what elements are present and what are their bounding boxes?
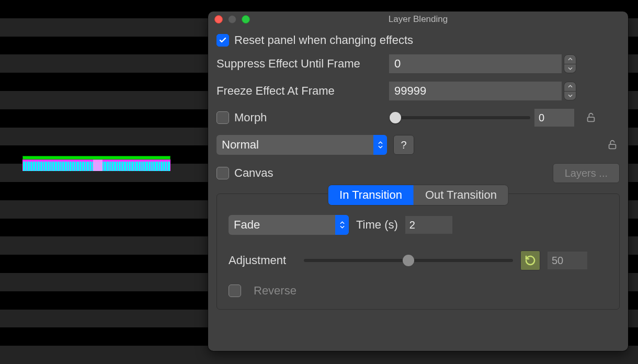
time-label: Time (s)	[356, 218, 398, 232]
close-window-icon[interactable]	[214, 15, 223, 24]
chevron-up-icon[interactable]	[564, 54, 576, 64]
transition-tabs: In Transition Out Transition	[327, 185, 509, 206]
adjustment-label: Adjustment	[229, 254, 297, 267]
morph-label: Morph	[234, 111, 267, 124]
morph-slider[interactable]	[389, 116, 530, 119]
tab-in-transition[interactable]: In Transition	[328, 185, 414, 205]
slider-thumb[interactable]	[390, 112, 401, 123]
freeze-frame-input[interactable]	[389, 82, 562, 100]
morph-checkbox[interactable]	[217, 111, 229, 124]
suppress-frame-input[interactable]	[389, 54, 562, 73]
adjustment-slider[interactable]	[304, 259, 513, 262]
window-title: Layer Blending	[389, 14, 448, 25]
reset-panel-label: Reset panel when changing effects	[234, 33, 413, 47]
select-arrows-icon	[373, 135, 387, 155]
freeze-frame-label: Freeze Effect At Frame	[217, 84, 389, 98]
layers-button[interactable]: Layers ...	[553, 163, 620, 183]
blend-mode-value: Normal	[222, 138, 259, 152]
canvas-label: Canvas	[234, 166, 274, 180]
help-icon: ?	[401, 139, 406, 151]
chevron-up-icon[interactable]	[564, 82, 576, 92]
blend-mode-select[interactable]: Normal	[217, 135, 387, 155]
suppress-frame-stepper[interactable]	[564, 54, 576, 73]
adjustment-value-input[interactable]	[548, 252, 587, 269]
select-arrows-icon	[335, 215, 349, 235]
reverse-label: Reverse	[254, 284, 297, 298]
freeze-frame-stepper[interactable]	[564, 82, 576, 100]
titlebar[interactable]: Layer Blending	[208, 12, 628, 27]
morph-value-input[interactable]	[534, 109, 574, 127]
svg-rect-0	[588, 117, 595, 121]
suppress-frame-label: Suppress Effect Until Frame	[217, 57, 389, 71]
transition-type-value: Fade	[234, 218, 260, 232]
clip-playhead[interactable]	[93, 160, 102, 171]
transition-box: In Transition Out Transition Fade Time (…	[217, 194, 620, 310]
chevron-down-icon[interactable]	[564, 92, 576, 101]
layer-blending-panel: Layer Blending Reset panel when changing…	[208, 12, 628, 351]
tab-out-transition[interactable]: Out Transition	[414, 185, 508, 205]
slider-thumb[interactable]	[403, 255, 414, 266]
zoom-window-icon[interactable]	[242, 15, 250, 24]
reset-panel-checkbox[interactable]	[217, 34, 229, 47]
chevron-down-icon[interactable]	[564, 64, 576, 74]
minimize-window-icon[interactable]	[228, 15, 236, 24]
reset-adjustment-button[interactable]	[520, 251, 540, 270]
lock-open-icon[interactable]	[605, 138, 620, 152]
transition-type-select[interactable]: Fade	[229, 215, 349, 235]
reverse-checkbox[interactable]	[229, 285, 241, 297]
svg-rect-1	[609, 144, 616, 149]
timeline-clip[interactable]	[22, 156, 170, 171]
canvas-checkbox[interactable]	[217, 167, 229, 179]
help-button[interactable]: ?	[393, 135, 414, 155]
lock-open-icon[interactable]	[584, 110, 598, 125]
time-input[interactable]	[405, 216, 452, 234]
layers-button-label: Layers ...	[565, 167, 608, 179]
